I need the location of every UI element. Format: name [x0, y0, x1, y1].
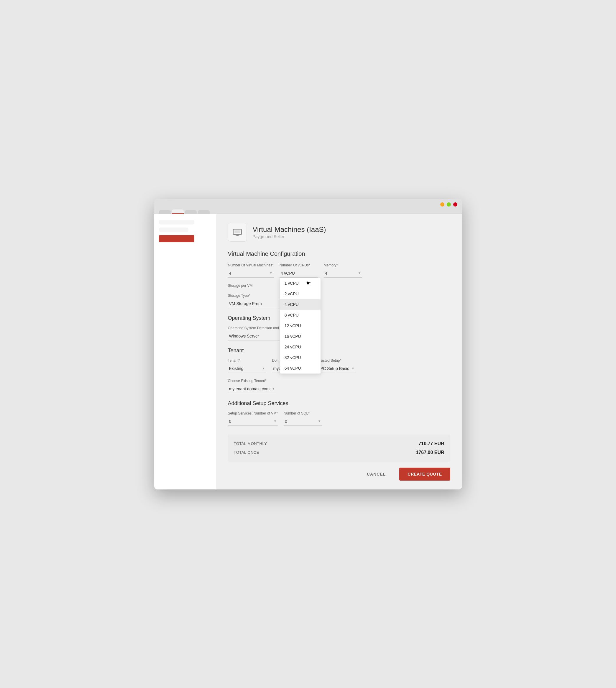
num-sql-value: 0 — [285, 419, 287, 424]
memory-value: 4 — [325, 271, 327, 276]
assisted-group: Assisted Setup* VPC Setup Basic ▼ — [316, 359, 356, 373]
assisted-value: VPC Setup Basic — [317, 366, 349, 371]
setup-services-label: Setup Services, Number of VM* — [228, 411, 278, 415]
os-row: Operating System Detection and License* … — [228, 326, 450, 341]
existing-tenant-value: mytenant.domain.com — [229, 386, 270, 391]
total-once-value: 1767.00 EUR — [416, 450, 444, 455]
browser-content: Virtual Machines (IaaS) Payground Seller… — [154, 214, 462, 490]
total-monthly-label: TOTAL MONTHLY — [234, 442, 267, 446]
storage-section-label: Storage per VM — [228, 283, 263, 288]
create-quote-button[interactable]: CREATE QUOTE — [399, 468, 450, 480]
num-vms-chevron-icon: ▼ — [269, 272, 272, 275]
assisted-chevron-icon: ▼ — [352, 367, 354, 370]
setup-services-value: 0 — [229, 419, 232, 424]
sidebar-item-2 — [159, 228, 189, 232]
vcpu-option-8[interactable]: 8 vCPU — [280, 310, 321, 320]
main-content: Virtual Machines (IaaS) Payground Seller… — [216, 214, 462, 490]
storage-type-group: Storage per VM — [228, 283, 263, 288]
memory-group: Memory* 4 ▼ — [324, 263, 362, 278]
existing-tenant-label: Choose Existing Tenant* — [228, 379, 276, 383]
tenant-select[interactable]: Existing ▼ — [228, 364, 266, 373]
vcpu-option-12[interactable]: 12 vCPU — [280, 320, 321, 331]
num-vms-group: Number Of Virtual Machines* 4 ▼ — [228, 263, 274, 278]
close-button[interactable] — [453, 202, 457, 207]
num-sql-chevron-icon: ▼ — [318, 420, 321, 423]
num-vcpus-label: Number Of vCPUs* — [280, 263, 318, 267]
storage-type-select[interactable]: VM Storage Prem ▼ — [228, 299, 287, 308]
num-vms-value: 4 — [229, 271, 232, 276]
existing-tenant-select[interactable]: mytenant.domain.com ▼ — [228, 385, 276, 393]
vcpus-dropdown[interactable]: 1 vCPU 2 vCPU 4 vCPU 8 vCPU 12 vCPU 16 v… — [280, 278, 321, 374]
num-vms-label: Number Of Virtual Machines* — [228, 263, 274, 267]
tenant-label: Tenant* — [228, 359, 266, 363]
tab-3[interactable] — [185, 210, 197, 214]
sidebar — [154, 214, 216, 490]
storage-type-group: Storage Type* VM Storage Prem ▼ — [228, 294, 287, 308]
browser-window: Virtual Machines (IaaS) Payground Seller… — [154, 199, 462, 490]
storage-type-value: VM Storage Prem — [229, 301, 262, 306]
os-value: Windows Server — [229, 334, 259, 338]
vcpu-option-4[interactable]: 4 vCPU — [280, 299, 321, 310]
product-info: Virtual Machines (IaaS) Payground Seller — [253, 225, 326, 239]
vm-config-row: Number Of Virtual Machines* 4 ▼ Number O… — [228, 263, 450, 278]
vm-config-section: Virtual Machine Configuration Number Of … — [228, 251, 450, 308]
sidebar-button[interactable] — [159, 235, 194, 242]
storage-type-label: Storage Type* — [228, 294, 287, 298]
tab-2[interactable] — [172, 210, 184, 214]
os-section-title: Operating System — [228, 315, 450, 321]
num-sql-group: Number of SQL* 0 ▼ — [284, 411, 322, 426]
storage-row: Storage per VM — [228, 283, 450, 288]
product-header: Virtual Machines (IaaS) Payground Seller — [228, 223, 450, 242]
existing-tenant-row: Choose Existing Tenant* mytenant.domain.… — [228, 379, 450, 393]
sidebar-item-1 — [159, 220, 194, 224]
maximize-button[interactable] — [447, 202, 451, 207]
vcpu-option-24[interactable]: 24 vCPU — [280, 342, 321, 352]
num-sql-label: Number of SQL* — [284, 411, 322, 415]
vcpu-option-16[interactable]: 16 vCPU — [280, 331, 321, 342]
vcpu-option-2[interactable]: 2 vCPU — [280, 288, 321, 299]
tab-4[interactable] — [198, 210, 210, 214]
num-sql-select[interactable]: 0 ▼ — [284, 417, 322, 426]
tenant-row: Tenant* Existing ▼ Domain Name* mydomain… — [228, 359, 450, 373]
assisted-select[interactable]: VPC Setup Basic ▼ — [316, 364, 356, 373]
browser-tabs — [159, 210, 457, 214]
additional-title: Additional Setup Services — [228, 400, 450, 407]
setup-services-group: Setup Services, Number of VM* 0 ▼ — [228, 411, 278, 426]
browser-chrome — [154, 199, 462, 214]
existing-tenant-group: Choose Existing Tenant* mytenant.domain.… — [228, 379, 276, 393]
action-buttons: CANCEL CREATE QUOTE — [228, 468, 450, 480]
num-vms-select[interactable]: 4 ▼ — [228, 269, 274, 278]
vcpu-option-32[interactable]: 32 vCPU — [280, 352, 321, 363]
tab-1[interactable] — [159, 210, 171, 214]
memory-select[interactable]: 4 ▼ — [324, 269, 362, 278]
memory-label: Memory* — [324, 263, 362, 267]
total-once-label: TOTAL ONCE — [234, 450, 259, 455]
svg-rect-1 — [235, 231, 240, 233]
num-vcpus-group: Number Of vCPUs* 4 vCPU 1 vCPU 2 vCPU 4 … — [280, 263, 318, 278]
additional-row: Setup Services, Number of VM* 0 ▼ Number… — [228, 411, 450, 426]
tenant-chevron-icon: ▼ — [262, 367, 265, 370]
tenant-value: Existing — [229, 366, 244, 371]
tenant-section-title: Tenant — [228, 347, 450, 354]
storage-fields-row: Storage Type* VM Storage Prem ▼ — [228, 294, 450, 308]
minimize-button[interactable] — [440, 202, 444, 207]
memory-chevron-icon: ▼ — [358, 272, 361, 275]
setup-services-chevron-icon: ▼ — [274, 420, 277, 423]
num-vcpus-select[interactable]: 4 vCPU — [280, 269, 318, 278]
vcpu-option-1[interactable]: 1 vCPU — [280, 278, 321, 288]
setup-services-select[interactable]: 0 ▼ — [228, 417, 278, 426]
os-section: Operating System Operating System Detect… — [228, 315, 450, 341]
tenant-section: Tenant Tenant* Existing ▼ Domain Name* m… — [228, 347, 450, 393]
traffic-lights — [159, 202, 457, 207]
cancel-button[interactable]: CANCEL — [358, 468, 395, 480]
product-title: Virtual Machines (IaaS) — [253, 225, 326, 234]
existing-tenant-chevron-icon: ▼ — [272, 387, 275, 390]
vm-config-title: Virtual Machine Configuration — [228, 251, 450, 257]
additional-section: Additional Setup Services Setup Services… — [228, 400, 450, 426]
assisted-label: Assisted Setup* — [316, 359, 356, 363]
vcpu-option-64[interactable]: 64 vCPU — [280, 363, 321, 373]
num-vcpus-value: 4 vCPU — [281, 271, 295, 276]
total-monthly-row: TOTAL MONTHLY 710.77 EUR — [234, 439, 444, 448]
product-subtitle: Payground Seller — [253, 234, 326, 239]
total-once-row: TOTAL ONCE 1767.00 EUR — [234, 448, 444, 457]
